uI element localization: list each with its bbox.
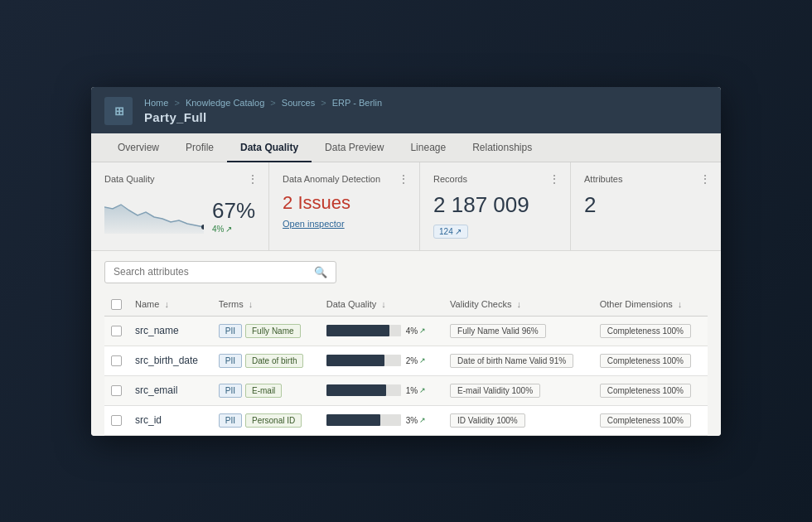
th-name-label: Name	[135, 299, 159, 309]
tag[interactable]: Date of birth	[245, 354, 303, 368]
bar-cell: 2% ↗	[326, 355, 437, 366]
row-checkbox[interactable]	[111, 415, 122, 426]
completeness-badge: Completeness 100%	[600, 384, 691, 398]
tag[interactable]: Fully Name	[245, 324, 301, 338]
dq-percent: 67%	[212, 200, 255, 221]
tab-data-preview[interactable]: Data Preview	[312, 133, 397, 162]
validity-badge: Date of birth Name Valid 91%	[450, 354, 573, 368]
th-dq-label: Data Quality	[326, 299, 377, 309]
records-number: 2 187 009	[433, 192, 557, 218]
main-panel: ⊞ Home > Knowledge Catalog > Sources > E…	[91, 87, 721, 436]
bar-pct: 2% ↗	[406, 356, 426, 365]
anomaly-link[interactable]: Open inspector	[283, 219, 406, 229]
logo-icon: ⊞	[114, 104, 123, 118]
tab-profile[interactable]: Profile	[172, 133, 227, 162]
search-box: 🔍	[104, 261, 336, 283]
attributes-table: Name ↓ Terms ↓ Data Quality ↓ Validity	[104, 293, 708, 436]
table-section: 🔍 Name ↓ Terms	[91, 251, 721, 436]
tab-data-quality[interactable]: Data Quality	[227, 133, 312, 162]
attributes-card: Attributes ⋮ 2	[571, 162, 721, 250]
breadcrumb-home[interactable]: Home	[144, 98, 168, 108]
th-validity-sort: ↓	[517, 299, 522, 309]
dq-sub-pct: 4%	[212, 225, 224, 234]
anomaly-menu[interactable]: ⋮	[398, 172, 409, 186]
header: ⊞ Home > Knowledge Catalog > Sources > E…	[91, 87, 721, 133]
row-checkbox[interactable]	[111, 355, 122, 366]
th-dq-sort: ↓	[381, 299, 386, 309]
bar-cell: 1% ↗	[326, 384, 437, 396]
tag[interactable]: PII	[219, 413, 242, 428]
breadcrumb-area: Home > Knowledge Catalog > Sources > ERP…	[144, 98, 382, 124]
tab-overview[interactable]: Overview	[104, 133, 172, 162]
table-row: src_emailPIIE-mail1% ↗E-mail Validity 10…	[104, 375, 708, 405]
breadcrumb-sources[interactable]: Sources	[282, 98, 315, 108]
cards-row: Data Quality ⋮ 67%	[91, 162, 721, 251]
tag[interactable]: PII	[219, 384, 242, 398]
tabs-bar: Overview Profile Data Quality Data Previ…	[91, 133, 721, 162]
th-other-label: Other Dimensions	[600, 299, 673, 309]
tab-relationships[interactable]: Relationships	[459, 133, 545, 162]
field-name: src_birth_date	[135, 355, 198, 366]
th-validity[interactable]: Validity Checks ↓	[443, 293, 593, 317]
attributes-title: Attributes	[584, 174, 708, 184]
dq-sub: 4% ↗	[212, 225, 255, 234]
tags-cell: PIIPersonal ID	[219, 413, 313, 428]
th-terms-sort: ↓	[249, 299, 254, 309]
validity-badge: Fully Name Valid 96%	[450, 324, 546, 338]
records-menu[interactable]: ⋮	[549, 172, 560, 186]
row-checkbox[interactable]	[111, 326, 122, 336]
tag[interactable]: PII	[219, 324, 242, 338]
anomaly-issues: 2 Issues	[283, 192, 406, 214]
records-title: Records	[433, 174, 557, 184]
th-checkbox	[104, 293, 128, 317]
th-dq[interactable]: Data Quality ↓	[320, 293, 443, 317]
completeness-badge: Completeness 100%	[600, 354, 691, 368]
anomaly-card: Data Anomaly Detection ⋮ 2 Issues Open i…	[269, 162, 420, 250]
field-name: src_id	[135, 414, 162, 426]
th-terms-label: Terms	[219, 299, 244, 309]
attributes-menu[interactable]: ⋮	[699, 172, 711, 186]
completeness-badge: Completeness 100%	[600, 324, 691, 338]
th-terms[interactable]: Terms ↓	[212, 293, 320, 317]
dq-sparkline	[104, 192, 204, 234]
table-row: src_idPIIPersonal ID3% ↗ID Validity 100%…	[104, 405, 708, 435]
breadcrumb: Home > Knowledge Catalog > Sources > ERP…	[144, 98, 382, 108]
records-badge: 124 ↗	[433, 225, 467, 239]
tags-cell: PIIFully Name	[219, 324, 313, 338]
th-other-sort: ↓	[678, 299, 683, 309]
breadcrumb-erp[interactable]: ERP - Berlin	[332, 98, 382, 108]
dq-card-title: Data Quality	[104, 174, 255, 184]
dq-trend-icon: ↗	[225, 225, 232, 234]
anomaly-title: Data Anomaly Detection	[283, 174, 406, 184]
tags-cell: PIIE-mail	[219, 384, 313, 398]
validity-badge: ID Validity 100%	[450, 413, 525, 428]
sep2: >	[270, 98, 278, 108]
table-row: src_namePIIFully Name4% ↗Fully Name Vali…	[104, 316, 708, 346]
th-name[interactable]: Name ↓	[128, 293, 212, 317]
select-all-checkbox[interactable]	[111, 299, 122, 310]
records-card: Records ⋮ 2 187 009 124 ↗	[420, 162, 571, 250]
breadcrumb-catalog[interactable]: Knowledge Catalog	[186, 98, 264, 108]
th-validity-label: Validity Checks	[450, 299, 511, 309]
field-name: src_email	[135, 384, 177, 396]
search-icon: 🔍	[314, 266, 327, 278]
bar-pct: 1% ↗	[406, 386, 426, 395]
tab-lineage[interactable]: Lineage	[397, 133, 459, 162]
tag[interactable]: Personal ID	[245, 413, 302, 428]
bar-pct: 3% ↗	[406, 416, 426, 425]
logo: ⊞	[104, 97, 133, 125]
table-wrap: Name ↓ Terms ↓ Data Quality ↓ Validity	[104, 293, 708, 436]
tag[interactable]: PII	[219, 354, 242, 368]
search-input[interactable]	[114, 266, 309, 278]
bar-cell: 4% ↗	[326, 325, 437, 336]
sep1: >	[174, 98, 181, 108]
dq-card-menu[interactable]: ⋮	[247, 172, 259, 186]
th-other[interactable]: Other Dimensions ↓	[593, 293, 708, 317]
completeness-badge: Completeness 100%	[600, 413, 691, 428]
dq-value-area: 67% 4% ↗	[212, 200, 255, 234]
tags-cell: PIIDate of birth	[219, 354, 313, 368]
tag[interactable]: E-mail	[245, 384, 282, 398]
row-checkbox[interactable]	[111, 385, 122, 396]
sep3: >	[321, 98, 328, 108]
records-badge-value: 124 ↗	[439, 227, 462, 236]
